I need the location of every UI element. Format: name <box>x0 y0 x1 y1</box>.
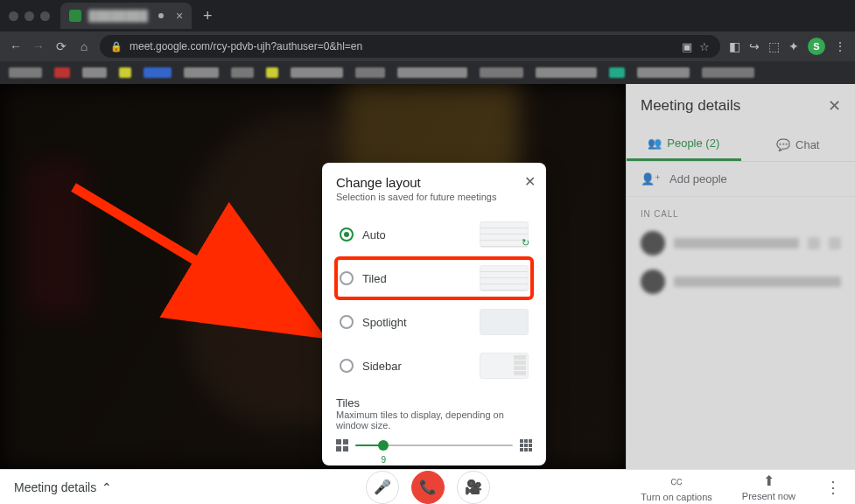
close-tab-icon[interactable]: × <box>176 9 183 23</box>
bookmark-star-icon[interactable]: ☆ <box>699 40 710 53</box>
forward-button: → <box>32 39 46 53</box>
window-controls[interactable] <box>9 11 50 21</box>
layout-option-sidebar[interactable]: Sidebar <box>336 346 532 386</box>
meeting-details-panel: Meeting details ✕ 👥 People (2) 💬 Chat 👤⁺… <box>626 84 855 469</box>
mute-mic-button[interactable]: 🎤 <box>366 471 399 504</box>
add-person-icon: 👤⁺ <box>641 172 661 186</box>
people-icon: 👥 <box>648 136 662 150</box>
extensions-puzzle-icon[interactable]: ✦ <box>788 39 799 53</box>
change-layout-dialog: ✕ Change layout Selection is saved for f… <box>322 163 546 466</box>
in-call-heading: IN CALL <box>627 197 855 224</box>
lock-icon: 🔒 <box>110 41 123 52</box>
meeting-details-toggle[interactable]: Meeting details ⌃ <box>14 480 112 494</box>
layout-thumb-spotlight <box>480 309 529 335</box>
present-now-button[interactable]: ⬆ Present now <box>742 472 795 501</box>
back-button[interactable]: ← <box>9 39 23 53</box>
leave-call-button[interactable]: 📞 <box>411 471 445 504</box>
participant-name <box>674 238 799 248</box>
video-stage: ✕ Change layout Selection is saved for f… <box>0 84 626 469</box>
option-label: Auto <box>362 228 386 242</box>
pocket-icon[interactable]: ⬚ <box>768 39 780 53</box>
avatar <box>641 231 665 256</box>
tiles-max-icon <box>520 439 532 452</box>
chevron-up-icon: ⌃ <box>102 480 112 494</box>
tab-audio-indicator <box>158 13 164 18</box>
browser-tab[interactable]: ████████ × <box>60 3 192 29</box>
tab-people[interactable]: 👥 People (2) <box>627 128 741 161</box>
chat-icon: 💬 <box>776 138 790 151</box>
macos-titlebar: ████████ × + <box>0 0 855 32</box>
layout-thumb-auto <box>480 221 529 248</box>
captions-button[interactable]: ㏄ Turn on captions <box>641 472 712 502</box>
participant-name <box>674 276 841 287</box>
radio-unchecked-icon <box>340 271 354 285</box>
add-people-button[interactable]: 👤⁺ Add people <box>627 162 855 197</box>
tiles-min-icon <box>336 439 348 452</box>
share-icon[interactable]: ↪ <box>749 39 760 53</box>
avatar <box>641 270 665 294</box>
participant-row[interactable] <box>627 224 855 262</box>
present-icon: ⬆ <box>763 472 774 489</box>
profile-avatar[interactable]: S <box>808 38 825 55</box>
meet-bottom-bar: Meeting details ⌃ 🎤 📞 🎥 ㏄ Turn on captio… <box>0 469 855 504</box>
layout-thumb-sidebar <box>480 353 529 379</box>
reload-button[interactable]: ⟳ <box>54 39 68 53</box>
slider-thumb[interactable] <box>378 440 389 451</box>
slider-value: 9 <box>382 455 387 465</box>
close-panel-icon[interactable]: ✕ <box>828 96 841 116</box>
address-bar[interactable]: 🔒 meet.google.com/rcy-pdvb-ujh?authuser=… <box>100 35 720 58</box>
url-text: meet.google.com/rcy-pdvb-ujh?authuser=0&… <box>130 40 362 52</box>
camera-permission-icon[interactable]: ▣ <box>682 40 692 53</box>
participant-row[interactable] <box>627 262 855 301</box>
tab-chat[interactable]: 💬 Chat <box>741 128 856 161</box>
extension-icon[interactable]: ◧ <box>729 39 740 53</box>
layout-option-auto[interactable]: Auto <box>336 214 532 255</box>
dialog-subtitle: Selection is saved for future meetings <box>336 192 532 202</box>
new-tab-button[interactable]: + <box>197 5 218 26</box>
meet-app: ✕ Change layout Selection is saved for f… <box>0 84 855 469</box>
tiles-heading: Tiles <box>336 396 532 410</box>
dialog-title: Change layout <box>336 175 532 190</box>
option-label: Tiled <box>362 272 387 285</box>
bookmarks-bar[interactable] <box>0 61 855 84</box>
layout-option-tiled[interactable]: Tiled <box>336 258 532 298</box>
browser-menu-icon[interactable]: ⋮ <box>834 39 846 53</box>
option-label: Sidebar <box>362 360 402 373</box>
radio-checked-icon <box>340 228 354 242</box>
more-options-button[interactable]: ⋮ <box>825 478 841 497</box>
close-dialog-icon[interactable]: ✕ <box>524 173 536 190</box>
tiles-slider[interactable]: 9 <box>355 444 513 446</box>
tiles-subtext: Maximum tiles to display, depending on w… <box>336 410 532 430</box>
radio-unchecked-icon <box>340 315 354 329</box>
captions-icon: ㏄ <box>669 472 683 490</box>
camera-toggle-button[interactable]: 🎥 <box>457 471 490 504</box>
layout-thumb-tiled <box>480 265 529 291</box>
participant-action-icon[interactable] <box>808 237 820 249</box>
meet-favicon <box>69 10 81 22</box>
home-button[interactable]: ⌂ <box>77 39 91 53</box>
layout-option-spotlight[interactable]: Spotlight <box>336 302 532 342</box>
participant-action-icon[interactable] <box>829 237 841 249</box>
panel-title: Meeting details <box>641 97 740 115</box>
option-label: Spotlight <box>362 316 407 329</box>
browser-toolbar: ← → ⟳ ⌂ 🔒 meet.google.com/rcy-pdvb-ujh?a… <box>0 32 855 61</box>
radio-unchecked-icon <box>340 359 354 373</box>
